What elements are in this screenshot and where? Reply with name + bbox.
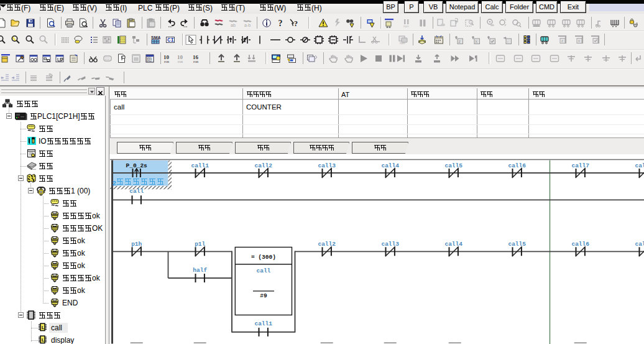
svg-text:CI: CI: [167, 37, 174, 44]
svg-text:a-b: a-b: [244, 23, 251, 27]
svg-text:call: call: [256, 267, 270, 274]
svg-text:P_0_2s: P_0_2s: [126, 162, 148, 169]
svg-text:= (300): = (300): [251, 254, 276, 261]
svg-text:?: ?: [278, 19, 283, 28]
svg-text:call6: call6: [571, 241, 589, 248]
svg-text:z: z: [561, 39, 563, 43]
svg-text:002: 002: [147, 59, 152, 62]
svg-text:ron: ron: [403, 24, 409, 28]
svg-text:call7: call7: [635, 241, 644, 248]
svg-text:ab: ab: [231, 23, 236, 27]
svg-text:p1l: p1l: [195, 241, 205, 248]
svg-text:call5: call5: [508, 241, 526, 248]
svg-text:half: half: [193, 267, 207, 274]
svg-text:call5: call5: [444, 162, 462, 169]
svg-text:call4: call4: [381, 162, 399, 169]
svg-text:call2: call2: [318, 241, 336, 248]
svg-text:call4: call4: [444, 241, 462, 248]
svg-text:ron: ron: [178, 60, 183, 63]
svg-text:call1: call1: [254, 320, 272, 327]
svg-text:ron: ron: [400, 41, 405, 45]
svg-text:call3: call3: [318, 162, 336, 169]
svg-text:call8: call8: [635, 162, 644, 169]
svg-text:x: x: [577, 39, 580, 43]
svg-text:x: x: [475, 39, 477, 44]
svg-text:ron: ron: [164, 60, 169, 63]
svg-text:call: call: [129, 188, 144, 195]
svg-text:call1: call1: [191, 162, 209, 169]
svg-text:?: ?: [294, 19, 298, 28]
svg-text:p1h: p1h: [131, 241, 142, 248]
svg-text:z: z: [458, 39, 461, 44]
svg-text:ron: ron: [193, 60, 198, 63]
svg-text:call7: call7: [571, 162, 589, 169]
svg-text:SMA: SMA: [151, 35, 160, 40]
svg-text:call6: call6: [508, 162, 526, 169]
svg-text:L: L: [42, 325, 45, 330]
svg-text:L: L: [42, 337, 45, 343]
svg-text:call2: call2: [254, 162, 272, 169]
svg-text:#9: #9: [260, 292, 267, 299]
svg-text:call3: call3: [381, 241, 399, 248]
